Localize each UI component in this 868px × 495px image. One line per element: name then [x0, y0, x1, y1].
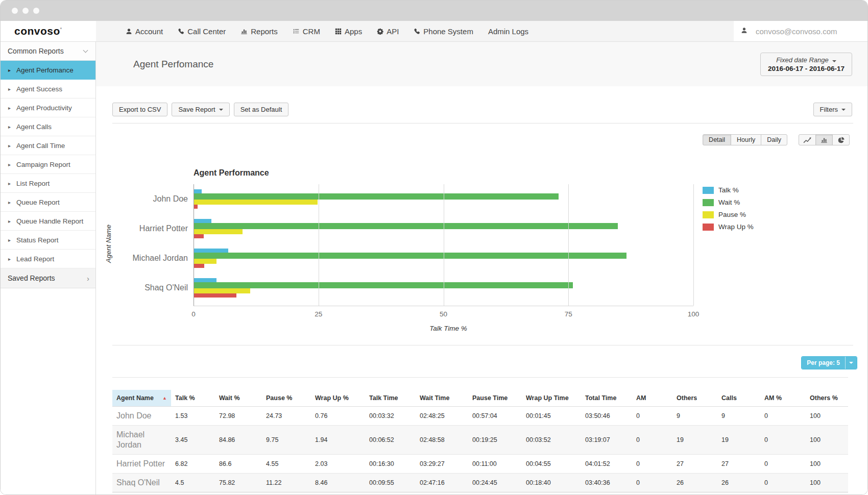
window-minimize-icon[interactable]	[22, 8, 29, 14]
column-header-am[interactable]: AM	[632, 390, 672, 407]
chart-title: Agent Performance	[194, 168, 269, 178]
column-header-agent-name[interactable]: Agent Name▲	[112, 390, 171, 407]
nav-item-crm[interactable]: CRM	[293, 27, 320, 36]
nav-item-label: CRM	[303, 27, 320, 36]
data-cell: 00:03:32	[365, 407, 416, 426]
sidebar-item-status-report[interactable]: ▸Status Report	[1, 231, 95, 250]
nav-item-label: Call Center	[187, 27, 226, 36]
caret-right-icon: ▸	[8, 256, 11, 262]
legend-item-talk: Talk %	[703, 186, 754, 194]
column-header-am[interactable]: AM %	[760, 390, 806, 407]
bar-chart-icon[interactable]	[815, 134, 833, 145]
sidebar-item-queue-handle-report[interactable]: ▸Queue Handle Report	[1, 212, 95, 231]
agent-name-cell: Shaq O'Neil	[112, 474, 171, 492]
column-header-talk[interactable]: Talk %	[171, 390, 215, 407]
data-cell: 04:01:52	[581, 455, 632, 474]
total-cell: 00:29:12	[522, 492, 581, 495]
per-page-label: Per page: 5	[802, 357, 845, 369]
line-chart-icon[interactable]	[799, 134, 816, 145]
sidebar-item-queue-report[interactable]: ▸Queue Report	[1, 193, 95, 212]
data-cell: 75.82	[215, 474, 262, 492]
column-header-wrap-up-time[interactable]: Wrap Up Time	[522, 390, 581, 407]
nav-item-apps[interactable]: Apps	[335, 27, 362, 36]
column-header-pause-time[interactable]: Pause Time	[468, 390, 522, 407]
column-header-wait[interactable]: Wait %	[215, 390, 262, 407]
caret-right-icon: ▸	[8, 124, 11, 130]
view-mode-detail-button[interactable]: Detail	[703, 134, 731, 145]
column-header-others[interactable]: Others %	[806, 390, 848, 407]
column-header-wrap-up[interactable]: Wrap Up %	[311, 390, 365, 407]
data-cell: 0	[760, 455, 806, 474]
user-email[interactable]: convoso@convoso.com	[756, 27, 837, 36]
data-cell: 00:57:04	[468, 407, 522, 426]
sidebar-item-saved-reports[interactable]: Saved Reports ›	[1, 268, 95, 288]
sidebar-item-campaign-report[interactable]: ▸Campaign Report	[1, 155, 95, 174]
column-header-pause[interactable]: Pause %	[262, 390, 311, 407]
sidebar-item-agent-calls[interactable]: ▸Agent Calls	[1, 117, 95, 136]
window-close-icon[interactable]	[12, 8, 18, 14]
sidebar-item-label: Queue Report	[16, 199, 60, 206]
page-title: Agent Perfomance	[133, 59, 213, 70]
data-cell: 19	[672, 426, 717, 455]
view-mode-hourly-button[interactable]: Hourly	[731, 134, 761, 145]
date-range-picker[interactable]: Fixed date Range 2016-06-17 - 2016-06-17	[760, 53, 852, 76]
nav-item-admin-logs[interactable]: Admin Logs	[488, 27, 528, 36]
table-total-row: Total00:36:4911:54:0601:52:1400:29:1214:…	[112, 492, 848, 495]
export-csv-button[interactable]: Export to CSV	[112, 103, 167, 116]
nav-item-call-center[interactable]: Call Center	[178, 27, 226, 36]
set-as-default-button[interactable]: Set as Default	[234, 103, 289, 116]
column-header-talk-time[interactable]: Talk Time	[365, 390, 416, 407]
chevron-down-icon	[83, 48, 88, 53]
sidebar-header-common-reports[interactable]: Common Reports	[1, 42, 95, 61]
data-cell: 9	[717, 407, 760, 426]
legend-label: Wrap Up %	[718, 223, 754, 231]
x-tick-100: 100	[683, 310, 704, 318]
chart-x-axis-label: Talk Time %	[382, 325, 515, 332]
column-header-total-time[interactable]: Total Time	[581, 390, 632, 407]
window-maximize-icon[interactable]	[33, 8, 39, 14]
sidebar-item-agent-perfomance[interactable]: ▸Agent Perfomance	[1, 61, 95, 80]
nav-item-account[interactable]: Account	[126, 27, 163, 36]
per-page-button[interactable]: Per page: 5	[801, 356, 857, 369]
pie-chart-icon[interactable]	[832, 134, 850, 145]
category-label-harriet-potter: Harriet Potter	[96, 224, 188, 234]
data-cell: 26	[672, 474, 717, 492]
view-mode-daily-button[interactable]: Daily	[761, 134, 787, 145]
save-report-button[interactable]: Save Report	[172, 103, 229, 116]
view-mode-group: DetailHourlyDaily	[703, 134, 787, 145]
data-cell: 100	[806, 474, 848, 492]
nav-item-api[interactable]: API	[377, 27, 399, 36]
nav-item-reports[interactable]: Reports	[240, 27, 278, 36]
sidebar-item-agent-productivity[interactable]: ▸Agent Productivity	[1, 98, 95, 117]
chart-type-group	[799, 134, 850, 145]
filters-button[interactable]: Filters	[813, 103, 852, 116]
data-cell: 00:11:00	[468, 455, 522, 474]
report-table-panel: Agent Name▲Talk %Wait %Pause %Wrap Up %T…	[112, 377, 848, 495]
sidebar-item-agent-success[interactable]: ▸Agent Success	[1, 80, 95, 98]
user-icon[interactable]	[741, 27, 748, 36]
column-header-wait-time[interactable]: Wait Time	[416, 390, 468, 407]
table-row-john-doe: John Doe1.5372.9824.730.7600:03:3202:48:…	[112, 407, 848, 426]
data-cell: 02:47:16	[416, 474, 468, 492]
logo-box[interactable]: convoso°	[1, 21, 96, 41]
view-toggle-row: DetailHourlyDaily	[96, 134, 867, 145]
data-cell: 3.45	[171, 426, 215, 455]
caret-right-icon: ▸	[8, 105, 11, 111]
pagination-row: Per page: 5	[96, 356, 867, 369]
chart-y-axis-label: Agent Name	[105, 213, 112, 275]
data-cell: 0.76	[311, 407, 365, 426]
sidebar-item-agent-call-time[interactable]: ▸Agent Call Time	[1, 136, 95, 155]
sidebar-item-list-report[interactable]: ▸List Report	[1, 174, 95, 193]
per-page-caret[interactable]	[845, 357, 857, 369]
legend-label: Talk %	[718, 186, 739, 194]
x-tick-0: 0	[183, 310, 204, 318]
agent-performance-chart: Agent Performance Agent Name Talk Time %…	[96, 151, 867, 333]
nav-item-phone-system[interactable]: Phone System	[414, 27, 473, 36]
column-header-others[interactable]: Others	[672, 390, 717, 407]
sidebar-item-lead-report[interactable]: ▸Lead Report	[1, 250, 95, 268]
sidebar-item-label: Status Report	[16, 236, 59, 244]
data-cell: 03:40:36	[581, 474, 632, 492]
column-header-calls[interactable]: Calls	[717, 390, 760, 407]
data-cell: 00:16:30	[365, 455, 416, 474]
sidebar-header-label: Common Reports	[8, 47, 64, 55]
